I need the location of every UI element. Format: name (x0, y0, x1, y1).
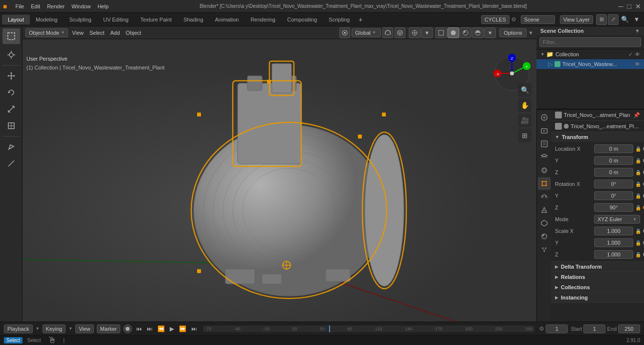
scale-tool[interactable] (2, 101, 20, 117)
render-props-icon[interactable] (538, 124, 551, 137)
jump-next-key-btn[interactable]: ⏭ (190, 324, 198, 333)
scale-z-lock[interactable]: 🔒 (635, 252, 641, 257)
collection-check-icon[interactable]: ✓ (628, 51, 633, 58)
location-x-lock[interactable]: 🔒 (635, 146, 641, 152)
move-tool[interactable] (2, 68, 20, 84)
material-props-icon[interactable] (538, 230, 551, 243)
rotate-tool[interactable] (2, 85, 20, 100)
tab-uv-editing[interactable]: UV Editing (97, 15, 134, 24)
tab-layout[interactable]: Layout (2, 15, 30, 24)
scale-x-lock[interactable]: 🔒 (635, 229, 641, 234)
annotate-tool[interactable] (2, 139, 20, 155)
viewport-display-btn[interactable] (339, 27, 350, 38)
view-menu[interactable]: View (70, 29, 86, 37)
rotation-y-lock[interactable]: 🔒 (635, 193, 641, 199)
pan-icon[interactable]: ✋ (518, 98, 532, 112)
scale-y-lock[interactable]: 🔒 (635, 240, 641, 246)
scale-z-input[interactable] (594, 250, 633, 259)
output-props-icon[interactable] (538, 138, 551, 150)
render-engine-btn[interactable]: CYCLES (481, 15, 510, 24)
modifier-props-icon[interactable] (538, 204, 551, 216)
play-btn[interactable]: ▶ (169, 324, 175, 333)
view-layer-icon[interactable] (538, 151, 551, 163)
rotation-mode-dropdown[interactable]: XYZ Euler ▼ (594, 215, 640, 224)
location-y-input[interactable] (594, 156, 633, 165)
relations-header[interactable]: ▶ Relations (551, 272, 644, 282)
add-menu[interactable]: Add (109, 29, 122, 37)
playback-dropdown[interactable]: Playback (4, 324, 33, 333)
screen-layout-icon[interactable]: ⊞ (596, 14, 607, 25)
rendered-shading-btn[interactable] (472, 27, 484, 38)
scale-x-input[interactable] (594, 227, 633, 235)
jump-prev-key-btn[interactable]: ⏭ (146, 324, 154, 333)
view-layer-selector[interactable]: View Layer (560, 15, 593, 24)
tab-modeling[interactable]: Modeling (30, 15, 64, 24)
timeline-track[interactable]: -70 -40 -10 20 50 80 110 140 170 200 230… (203, 325, 534, 332)
instancing-header[interactable]: ▶ Instancing (551, 293, 644, 302)
close-btn[interactable]: ✕ (635, 2, 641, 10)
solid-shading-btn[interactable] (447, 27, 459, 38)
record-btn[interactable] (123, 324, 132, 333)
options-chevron[interactable]: ▼ (528, 30, 533, 36)
marker-dropdown[interactable]: Marker (97, 324, 120, 333)
tricel-eye-icon[interactable]: 👁 (635, 61, 640, 67)
wireframe-overlay-btn[interactable] (409, 27, 421, 38)
location-y-lock[interactable]: 🔒 (635, 158, 641, 163)
location-z-input[interactable] (594, 168, 633, 177)
pin-icon[interactable]: 📌 (633, 112, 640, 118)
collections-header[interactable]: ▶ Collections (551, 282, 644, 292)
shading-options-btn[interactable]: ▼ (484, 27, 496, 38)
location-x-input[interactable] (594, 144, 633, 153)
fullscreen-icon[interactable]: ⤢ (608, 14, 619, 25)
tab-rendering[interactable]: Rendering (244, 15, 281, 24)
world-props-icon[interactable] (538, 164, 551, 177)
keying-dropdown[interactable]: Keying (43, 324, 66, 333)
properties-content[interactable]: Tricel_Novo_...atment_Plan 📌 Tricel_Novo… (551, 110, 644, 322)
data-props-icon[interactable] (538, 217, 551, 230)
rotation-z-input[interactable] (594, 203, 633, 212)
next-frame-btn[interactable]: ⏩ (178, 324, 187, 333)
menu-file[interactable]: File (12, 2, 27, 10)
zoom-icon[interactable]: 🔍 (518, 83, 532, 97)
camera-icon[interactable]: 🎥 (518, 114, 532, 127)
measure-tool[interactable] (2, 156, 20, 171)
cursor-tool[interactable] (2, 47, 20, 63)
collection-eye-icon[interactable]: 👁 (635, 51, 640, 57)
start-frame-input[interactable] (583, 324, 605, 333)
constraint-props-icon[interactable] (538, 190, 551, 203)
tab-sculpting[interactable]: Sculpting (64, 15, 97, 24)
transform-header[interactable]: ▼ Transform (551, 132, 644, 142)
collection-tree-item[interactable]: ▼ 📁 Collection ✓ 👁 (536, 49, 644, 59)
transform-dropdown[interactable]: Global ▼ (352, 28, 381, 37)
prev-frame-btn[interactable]: ⏪ (156, 324, 166, 333)
outliner-filter-icon[interactable]: ▼ (635, 28, 640, 34)
maximize-btn[interactable]: □ (627, 2, 631, 10)
select-menu[interactable]: Select (88, 29, 107, 37)
search-icon[interactable]: 🔍 (620, 14, 630, 25)
particles-props-icon[interactable] (538, 243, 551, 256)
rotation-x-lock[interactable]: 🔒 (635, 182, 641, 187)
tab-compositing[interactable]: Compositing (281, 15, 323, 24)
select-status-btn[interactable]: Select (4, 337, 22, 344)
end-frame-input[interactable] (618, 324, 640, 333)
current-frame-input[interactable] (546, 324, 568, 333)
tricel-tree-item[interactable]: ▷ Tricel_Novo_Wastew... 👁 (536, 59, 644, 69)
outliner-search-input[interactable] (539, 37, 641, 47)
transform-tool[interactable] (2, 118, 20, 134)
minimize-btn[interactable]: ─ (619, 2, 623, 10)
mode-dropdown[interactable]: Object Mode ▼ (25, 28, 68, 37)
material-shading-btn[interactable] (460, 27, 471, 38)
tab-scripting[interactable]: Scripting (323, 15, 355, 24)
tab-animation[interactable]: Animation (209, 15, 245, 24)
location-z-lock[interactable]: 🔒 (635, 170, 641, 175)
viewport-canvas[interactable]: User Perspective (1) Collection | Tricel… (22, 39, 536, 322)
view-timeline-dropdown[interactable]: View (75, 324, 94, 333)
viewport[interactable]: Object Mode ▼ View Select Add Object Glo… (22, 26, 536, 322)
menu-edit[interactable]: Edit (27, 2, 44, 10)
scale-y-input[interactable] (594, 238, 633, 247)
rotation-y-input[interactable] (594, 191, 633, 200)
tab-texture-paint[interactable]: Texture Paint (134, 15, 178, 24)
options-btn[interactable]: Options (499, 28, 527, 37)
tab-shading[interactable]: Shading (178, 15, 209, 24)
select-box-tool[interactable] (2, 28, 20, 44)
